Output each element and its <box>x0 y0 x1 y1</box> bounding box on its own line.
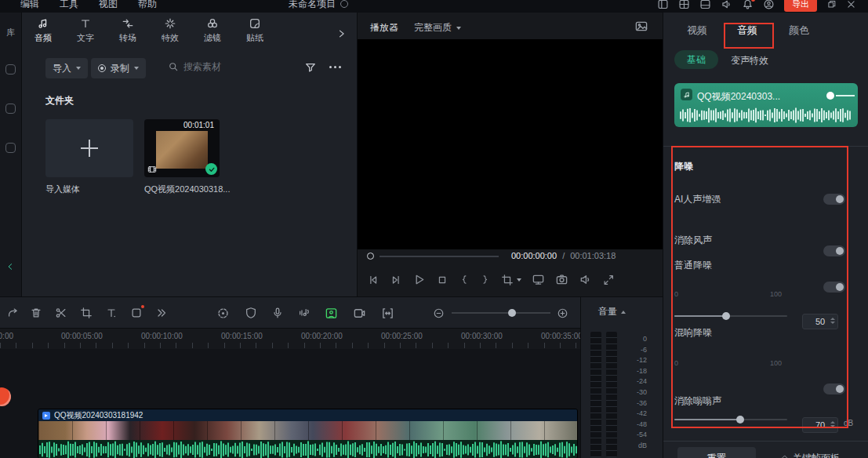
clip-volume-knob[interactable] <box>826 92 834 100</box>
import-button[interactable]: 导入 <box>45 58 88 78</box>
search-input[interactable] <box>183 61 252 72</box>
menu-item-help[interactable]: 帮助 <box>138 0 157 11</box>
audio-stretch-icon[interactable] <box>298 307 311 319</box>
timeline-tracks[interactable]: QQ视频20240303181942 <box>0 349 580 458</box>
ruler-label: 00:00:10:00 <box>141 332 183 340</box>
tab-stickers[interactable]: 贴纸 <box>234 17 276 44</box>
text-tool-icon[interactable] <box>105 307 118 319</box>
preview-quality-image-icon[interactable] <box>634 20 649 33</box>
music-note-icon <box>683 91 691 99</box>
filter-funnel-icon[interactable] <box>304 61 317 74</box>
chroma-key-icon[interactable] <box>325 307 338 320</box>
rail-panel-icon[interactable] <box>5 143 16 153</box>
stepper-arrows-icon[interactable] <box>830 421 835 427</box>
close-window-icon[interactable] <box>846 0 856 9</box>
crop-tool-icon[interactable] <box>80 307 93 319</box>
voiceover-mic-icon[interactable] <box>271 307 284 319</box>
layout-left-icon[interactable] <box>657 0 669 10</box>
tab-text[interactable]: 文字 <box>64 17 107 44</box>
project-info-icon[interactable] <box>340 0 348 8</box>
snapshot-camera-icon[interactable] <box>555 273 568 286</box>
menu-item-tools[interactable]: 工具 <box>60 0 78 11</box>
wind-removal-toggle[interactable] <box>823 245 845 256</box>
trash-icon[interactable] <box>30 307 42 319</box>
export-button[interactable]: 导出 <box>784 0 817 12</box>
keyframe-panel-button[interactable]: 关键帧面板 <box>775 447 846 458</box>
collapse-panel-icon[interactable] <box>5 262 15 271</box>
reset-button[interactable]: 重置 <box>677 447 756 458</box>
rail-panel-icon[interactable] <box>5 104 16 114</box>
search-box[interactable] <box>168 61 252 72</box>
speaker-icon[interactable] <box>579 273 592 286</box>
subtab-voice-effects[interactable]: 变声特效 <box>731 54 768 67</box>
stop-icon[interactable] <box>436 274 449 286</box>
volume-header[interactable]: 音量 <box>598 305 626 318</box>
scissors-split-icon[interactable] <box>55 307 67 319</box>
card-waveform <box>679 107 853 124</box>
tab-color[interactable]: 颜色 <box>789 24 809 38</box>
notification-bell-icon[interactable] <box>742 0 754 10</box>
tab-effects[interactable]: 特效 <box>149 17 191 44</box>
reverb-denoise-toggle[interactable] <box>823 383 845 394</box>
normal-denoise-value[interactable]: 50 <box>802 314 838 329</box>
redo-icon[interactable] <box>6 307 19 319</box>
tab-audio[interactable]: 音频 <box>22 17 64 44</box>
record-button-label: 录制 <box>111 62 129 75</box>
quality-dropdown[interactable]: 完整画质 <box>414 21 461 35</box>
clip-volume-track[interactable] <box>836 95 855 96</box>
slider-max: 100 <box>770 359 782 367</box>
tab-video[interactable]: 视频 <box>687 24 707 38</box>
seek-track[interactable] <box>380 256 499 257</box>
layout-bottom-icon[interactable] <box>699 0 711 10</box>
notification-badge <box>751 0 755 2</box>
more-tabs-chevron-icon[interactable] <box>336 28 347 39</box>
record-screen-icon[interactable] <box>353 307 366 320</box>
tab-filters[interactable]: 滤镜 <box>191 17 234 44</box>
more-tools-icon[interactable] <box>155 307 168 319</box>
restore-window-icon[interactable] <box>826 0 837 9</box>
subtab-basic[interactable]: 基础 <box>674 50 718 69</box>
media-item-tile[interactable]: 00:01:01 <box>144 119 220 177</box>
ripple-edit-icon[interactable] <box>381 307 394 320</box>
tab-audio-properties[interactable]: 音频 <box>737 24 757 38</box>
audio-clip-card[interactable]: QQ视频20240303... <box>674 83 858 127</box>
mask-shield-icon[interactable] <box>245 307 257 319</box>
zoom-slider-knob[interactable] <box>508 309 516 317</box>
seek-knob[interactable] <box>367 253 374 260</box>
normal-denoise-toggle[interactable] <box>823 282 845 293</box>
audio-device-icon[interactable] <box>721 0 732 10</box>
normal-denoise-slider[interactable] <box>674 312 787 320</box>
fullscreen-expand-icon[interactable] <box>602 274 615 286</box>
zoom-out-icon[interactable] <box>433 307 445 319</box>
check-icon <box>208 165 216 173</box>
fit-screen-icon[interactable] <box>532 273 545 286</box>
mark-out-brace-icon[interactable] <box>480 274 491 285</box>
user-avatar-icon[interactable] <box>763 0 775 10</box>
speed-timer-icon[interactable] <box>216 307 230 320</box>
rail-panel-icon[interactable] <box>5 64 16 75</box>
timeline-ruler[interactable]: 00:00 00:00:05:00 00:00:10:00 00:00:15:0… <box>0 329 580 349</box>
record-button[interactable]: 录制 <box>91 58 146 78</box>
timeline-zoom-slider[interactable] <box>452 312 550 314</box>
menu-item-view[interactable]: 视图 <box>99 0 118 11</box>
ai-voice-toggle[interactable] <box>823 194 845 205</box>
reverb-denoise-slider[interactable] <box>674 416 787 423</box>
library-label[interactable]: 库 <box>6 27 15 38</box>
layout-grid-icon[interactable] <box>678 0 690 10</box>
chevron-down-icon <box>456 27 461 30</box>
import-media-tile[interactable] <box>45 119 133 177</box>
slider-min: 0 <box>674 290 678 298</box>
more-options-icon[interactable] <box>329 66 341 68</box>
play-icon[interactable] <box>412 273 426 286</box>
prev-frame-icon[interactable] <box>367 274 380 286</box>
reverb-denoise-value[interactable]: 70 <box>802 417 838 433</box>
menu-item-edit[interactable]: 编辑 <box>20 0 39 11</box>
crop-preview-icon[interactable] <box>501 274 514 286</box>
next-frame-icon[interactable] <box>390 274 402 286</box>
shape-tool-icon[interactable] <box>130 307 143 319</box>
stepper-arrows-icon[interactable] <box>830 318 835 324</box>
mark-in-brace-icon[interactable] <box>459 274 470 285</box>
video-clip[interactable]: QQ视频20240303181942 <box>38 409 578 458</box>
zoom-in-icon[interactable] <box>557 307 568 319</box>
tab-transition[interactable]: 转场 <box>107 17 149 44</box>
